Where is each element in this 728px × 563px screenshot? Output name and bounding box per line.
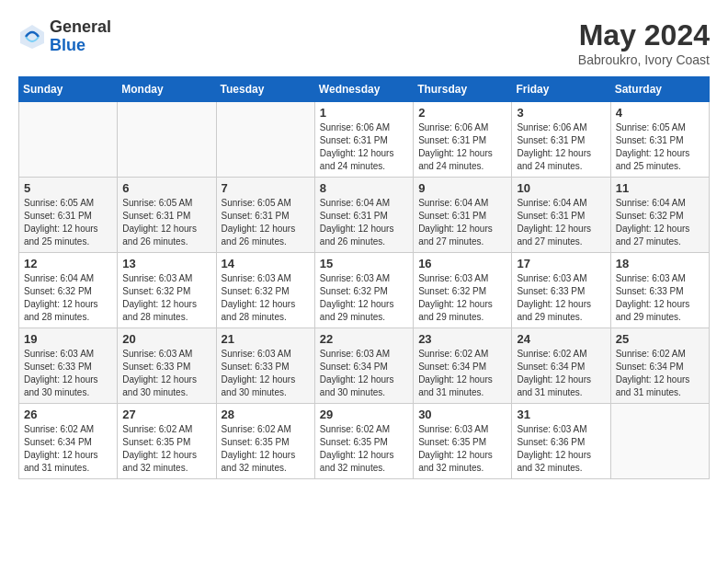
calendar-week-row: 12Sunrise: 6:04 AM Sunset: 6:32 PM Dayli… [19,253,710,328]
weekday-header: Wednesday [314,77,413,102]
day-info: Sunrise: 6:03 AM Sunset: 6:33 PM Dayligh… [24,348,112,399]
day-number: 17 [517,257,605,270]
page-header: General Blue May 2024 Babroukro, Ivory C… [18,18,710,67]
location-subtitle: Babroukro, Ivory Coast [578,52,710,67]
day-number: 1 [320,106,408,120]
weekday-header: Tuesday [216,77,314,102]
month-year-title: May 2024 [578,18,710,52]
calendar-cell: 16Sunrise: 6:03 AM Sunset: 6:32 PM Dayli… [414,253,512,328]
day-number: 5 [24,181,112,195]
logo-icon [18,23,46,51]
calendar-cell: 12Sunrise: 6:04 AM Sunset: 6:32 PM Dayli… [19,253,118,328]
day-info: Sunrise: 6:03 AM Sunset: 6:32 PM Dayligh… [320,272,408,324]
calendar-cell: 7Sunrise: 6:05 AM Sunset: 6:31 PM Daylig… [216,178,314,253]
calendar-cell: 21Sunrise: 6:03 AM Sunset: 6:33 PM Dayli… [216,328,314,404]
calendar-cell: 27Sunrise: 6:02 AM Sunset: 6:35 PM Dayli… [118,404,216,479]
calendar-cell: 4Sunrise: 6:05 AM Sunset: 6:31 PM Daylig… [610,102,709,178]
calendar-cell: 8Sunrise: 6:04 AM Sunset: 6:31 PM Daylig… [314,178,413,253]
day-info: Sunrise: 6:02 AM Sunset: 6:35 PM Dayligh… [222,423,310,475]
day-info: Sunrise: 6:03 AM Sunset: 6:35 PM Dayligh… [418,423,506,475]
day-info: Sunrise: 6:03 AM Sunset: 6:33 PM Dayligh… [616,272,704,324]
calendar-week-row: 19Sunrise: 6:03 AM Sunset: 6:33 PM Dayli… [19,328,710,404]
logo-text: General Blue [50,18,111,55]
day-info: Sunrise: 6:04 AM Sunset: 6:31 PM Dayligh… [320,197,408,248]
calendar-cell: 11Sunrise: 6:04 AM Sunset: 6:32 PM Dayli… [610,178,709,253]
calendar-cell: 6Sunrise: 6:05 AM Sunset: 6:31 PM Daylig… [118,178,216,253]
calendar-cell [216,102,314,178]
day-info: Sunrise: 6:03 AM Sunset: 6:36 PM Dayligh… [517,423,605,475]
day-info: Sunrise: 6:02 AM Sunset: 6:34 PM Dayligh… [517,348,605,399]
day-info: Sunrise: 6:03 AM Sunset: 6:33 PM Dayligh… [222,348,310,399]
day-number: 18 [616,257,704,270]
day-info: Sunrise: 6:03 AM Sunset: 6:33 PM Dayligh… [122,348,210,399]
weekday-header: Friday [512,77,610,102]
day-info: Sunrise: 6:02 AM Sunset: 6:34 PM Dayligh… [418,348,506,399]
calendar-cell: 5Sunrise: 6:05 AM Sunset: 6:31 PM Daylig… [19,178,118,253]
calendar-body: 1Sunrise: 6:06 AM Sunset: 6:31 PM Daylig… [19,102,710,479]
calendar-cell: 22Sunrise: 6:03 AM Sunset: 6:34 PM Dayli… [314,328,413,404]
day-info: Sunrise: 6:04 AM Sunset: 6:32 PM Dayligh… [24,272,112,324]
svg-marker-0 [20,25,44,49]
day-number: 31 [517,408,605,421]
calendar-cell: 2Sunrise: 6:06 AM Sunset: 6:31 PM Daylig… [414,102,512,178]
day-number: 12 [24,257,112,270]
calendar-cell: 30Sunrise: 6:03 AM Sunset: 6:35 PM Dayli… [414,404,512,479]
weekday-header: Saturday [610,77,709,102]
day-number: 30 [418,408,506,421]
calendar-cell: 13Sunrise: 6:03 AM Sunset: 6:32 PM Dayli… [118,253,216,328]
calendar-cell: 25Sunrise: 6:02 AM Sunset: 6:34 PM Dayli… [610,328,709,404]
day-info: Sunrise: 6:05 AM Sunset: 6:31 PM Dayligh… [222,197,310,248]
day-number: 3 [517,106,605,120]
day-number: 9 [418,181,506,195]
calendar-cell [118,102,216,178]
day-info: Sunrise: 6:03 AM Sunset: 6:32 PM Dayligh… [122,272,210,324]
calendar-cell: 1Sunrise: 6:06 AM Sunset: 6:31 PM Daylig… [314,102,413,178]
day-number: 11 [616,181,704,195]
day-number: 13 [122,257,210,270]
weekday-header: Monday [118,77,216,102]
day-number: 8 [320,181,408,195]
calendar-cell: 29Sunrise: 6:02 AM Sunset: 6:35 PM Dayli… [314,404,413,479]
day-info: Sunrise: 6:03 AM Sunset: 6:32 PM Dayligh… [222,272,310,324]
calendar-cell: 18Sunrise: 6:03 AM Sunset: 6:33 PM Dayli… [610,253,709,328]
day-info: Sunrise: 6:02 AM Sunset: 6:35 PM Dayligh… [320,423,408,475]
calendar-cell: 26Sunrise: 6:02 AM Sunset: 6:34 PM Dayli… [19,404,118,479]
calendar-cell: 20Sunrise: 6:03 AM Sunset: 6:33 PM Dayli… [118,328,216,404]
day-number: 15 [320,257,408,270]
day-info: Sunrise: 6:02 AM Sunset: 6:35 PM Dayligh… [122,423,210,475]
day-info: Sunrise: 6:04 AM Sunset: 6:32 PM Dayligh… [616,197,704,248]
calendar-week-row: 1Sunrise: 6:06 AM Sunset: 6:31 PM Daylig… [19,102,710,178]
day-number: 2 [418,106,506,120]
calendar-cell: 23Sunrise: 6:02 AM Sunset: 6:34 PM Dayli… [414,328,512,404]
calendar-cell: 15Sunrise: 6:03 AM Sunset: 6:32 PM Dayli… [314,253,413,328]
calendar-week-row: 26Sunrise: 6:02 AM Sunset: 6:34 PM Dayli… [19,404,710,479]
calendar-header-row: SundayMondayTuesdayWednesdayThursdayFrid… [19,77,710,102]
day-number: 24 [517,332,605,346]
day-info: Sunrise: 6:05 AM Sunset: 6:31 PM Dayligh… [122,197,210,248]
logo: General Blue [18,18,111,55]
day-info: Sunrise: 6:06 AM Sunset: 6:31 PM Dayligh… [418,121,506,173]
calendar-cell: 31Sunrise: 6:03 AM Sunset: 6:36 PM Dayli… [512,404,610,479]
calendar-table: SundayMondayTuesdayWednesdayThursdayFrid… [18,76,710,479]
day-number: 20 [122,332,210,346]
day-info: Sunrise: 6:02 AM Sunset: 6:34 PM Dayligh… [24,423,112,475]
weekday-header: Sunday [19,77,118,102]
calendar-cell: 14Sunrise: 6:03 AM Sunset: 6:32 PM Dayli… [216,253,314,328]
title-block: May 2024 Babroukro, Ivory Coast [578,18,710,67]
logo-blue: Blue [50,37,111,55]
calendar-cell: 24Sunrise: 6:02 AM Sunset: 6:34 PM Dayli… [512,328,610,404]
day-number: 26 [24,408,112,421]
day-number: 10 [517,181,605,195]
calendar-cell: 9Sunrise: 6:04 AM Sunset: 6:31 PM Daylig… [414,178,512,253]
calendar-cell: 3Sunrise: 6:06 AM Sunset: 6:31 PM Daylig… [512,102,610,178]
day-number: 14 [222,257,310,270]
day-info: Sunrise: 6:05 AM Sunset: 6:31 PM Dayligh… [24,197,112,248]
calendar-cell: 17Sunrise: 6:03 AM Sunset: 6:33 PM Dayli… [512,253,610,328]
day-info: Sunrise: 6:04 AM Sunset: 6:31 PM Dayligh… [517,197,605,248]
day-number: 28 [222,408,310,421]
day-info: Sunrise: 6:05 AM Sunset: 6:31 PM Dayligh… [616,121,704,173]
day-number: 6 [122,181,210,195]
day-info: Sunrise: 6:03 AM Sunset: 6:32 PM Dayligh… [418,272,506,324]
day-info: Sunrise: 6:02 AM Sunset: 6:34 PM Dayligh… [616,348,704,399]
day-number: 7 [222,181,310,195]
